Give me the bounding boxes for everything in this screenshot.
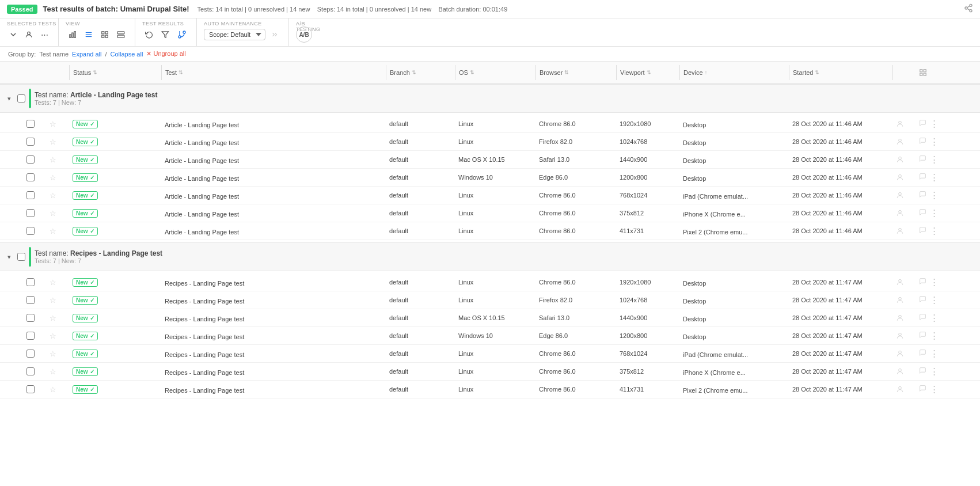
row-checkbox-cell-1-5[interactable] [23,364,46,379]
row-checkbox-cell-0-2[interactable] [23,152,46,167]
row-star-0-6[interactable]: ☆ [46,223,69,239]
row-user-action-0-6[interactable] [892,223,916,238]
star-icon-0-4[interactable]: ☆ [50,191,56,200]
branch-btn[interactable] [174,28,189,41]
comment-icon-1-4[interactable] [919,349,926,358]
row-user-action-0-3[interactable] [892,170,916,185]
card-view-btn[interactable] [114,29,128,40]
row-checkbox-cell-0-3[interactable] [23,170,46,185]
row-user-action-1-4[interactable] [892,346,916,361]
row-user-action-1-1[interactable] [892,293,916,307]
forward-btn[interactable] [268,29,282,40]
star-icon-1-6[interactable]: ☆ [50,385,56,394]
more-icon-1-1[interactable]: ⋮ [930,295,939,305]
col-header-test[interactable]: Test ⇅ [161,65,386,80]
more-icon-1-4[interactable]: ⋮ [930,348,939,359]
star-icon-1-4[interactable]: ☆ [50,350,56,358]
row-checkbox-1-4[interactable] [26,350,35,358]
row-star-1-6[interactable]: ☆ [46,382,69,397]
comment-icon-1-0[interactable] [919,278,926,287]
col-header-device[interactable]: Device ↑ [679,65,789,80]
col-header-browser[interactable]: Browser ⇅ [535,65,616,80]
row-checkbox-0-3[interactable] [26,173,35,181]
row-checkbox-0-1[interactable] [26,138,35,146]
comment-icon-0-4[interactable] [919,191,926,200]
row-star-0-0[interactable]: ☆ [46,116,69,132]
row-star-1-5[interactable]: ☆ [46,364,69,379]
row-checkbox-0-2[interactable] [26,155,35,164]
row-checkbox-0-4[interactable] [26,191,35,199]
row-user-action-0-4[interactable] [892,188,916,203]
row-star-0-3[interactable]: ☆ [46,170,69,185]
comment-icon-1-1[interactable] [919,295,926,305]
row-checkbox-cell-1-2[interactable] [23,310,46,325]
row-checkbox-cell-1-3[interactable] [23,328,46,343]
more-options-btn[interactable]: ⋯ [38,29,51,41]
row-star-1-3[interactable]: ☆ [46,328,69,344]
col-header-branch[interactable]: Branch ⇅ [386,65,455,80]
select-dropdown-btn[interactable] [7,29,20,40]
share-icon[interactable] [964,3,973,14]
col-header-viewport[interactable]: Viewport ⇅ [616,65,679,80]
row-checkbox-1-3[interactable] [26,332,35,340]
row-checkbox-1-6[interactable] [26,385,35,393]
row-checkbox-cell-1-1[interactable] [23,293,46,307]
more-icon-0-0[interactable]: ⋮ [930,119,939,129]
row-checkbox-cell-0-5[interactable] [23,206,46,221]
row-user-action-0-5[interactable] [892,206,916,221]
more-icon-1-3[interactable]: ⋮ [930,331,939,341]
col-header-status[interactable]: Status ⇅ [69,65,161,80]
row-checkbox-cell-0-0[interactable] [23,116,46,131]
row-star-0-4[interactable]: ☆ [46,188,69,203]
row-star-0-2[interactable]: ☆ [46,152,69,168]
more-icon-0-6[interactable]: ⋮ [930,226,939,236]
row-checkbox-1-1[interactable] [26,296,35,304]
row-star-1-1[interactable]: ☆ [46,293,69,308]
star-icon-0-1[interactable]: ☆ [50,138,56,146]
more-icon-0-1[interactable]: ⋮ [930,136,939,147]
row-star-0-5[interactable]: ☆ [46,206,69,221]
row-star-1-2[interactable]: ☆ [46,310,69,326]
grid-view-btn[interactable] [98,29,112,40]
comment-icon-1-3[interactable] [919,331,926,340]
col-header-started[interactable]: Started ⇅ [789,65,892,80]
more-icon-0-5[interactable]: ⋮ [930,208,939,218]
collapse-all-link[interactable]: Collapse all [111,51,143,58]
user-icon-btn[interactable] [22,29,36,40]
comment-icon-0-1[interactable] [919,137,926,146]
comment-icon-1-6[interactable] [919,385,926,394]
row-user-action-0-2[interactable] [892,152,916,167]
star-icon-1-5[interactable]: ☆ [50,367,56,376]
expand-all-link[interactable]: Expand all [72,51,101,58]
row-checkbox-0-5[interactable] [26,209,35,217]
row-star-1-0[interactable]: ☆ [46,275,69,290]
comment-icon-1-2[interactable] [919,313,926,322]
star-icon-0-5[interactable]: ☆ [50,209,56,218]
row-checkbox-0-0[interactable] [26,120,35,128]
row-user-action-1-6[interactable] [892,382,916,397]
row-user-action-1-3[interactable] [892,328,916,343]
more-icon-1-5[interactable]: ⋮ [930,366,939,377]
group-expand-1[interactable]: ▾ [5,253,14,261]
star-icon-1-0[interactable]: ☆ [50,278,56,287]
star-icon-0-0[interactable]: ☆ [50,120,56,128]
col-header-os[interactable]: OS ⇅ [455,65,535,80]
more-icon-0-3[interactable]: ⋮ [930,172,939,183]
comment-icon-0-5[interactable] [919,208,926,218]
more-icon-1-2[interactable]: ⋮ [930,313,939,323]
comment-icon-1-5[interactable] [919,367,926,376]
row-checkbox-0-6[interactable] [26,227,35,235]
row-checkbox-1-2[interactable] [26,314,35,322]
star-icon-1-1[interactable]: ☆ [50,296,56,305]
row-star-1-4[interactable]: ☆ [46,346,69,362]
ungroup-all-link[interactable]: ✕ Ungroup all [146,50,185,58]
refresh-btn[interactable] [142,29,156,40]
row-user-action-1-5[interactable] [892,364,916,379]
row-user-action-0-1[interactable] [892,134,916,149]
row-checkbox-cell-0-6[interactable] [23,223,46,238]
row-user-action-1-0[interactable] [892,275,916,290]
more-icon-1-0[interactable]: ⋮ [930,277,939,287]
comment-icon-0-2[interactable] [919,155,926,164]
comment-icon-0-3[interactable] [919,173,926,182]
more-icon-0-2[interactable]: ⋮ [930,154,939,165]
